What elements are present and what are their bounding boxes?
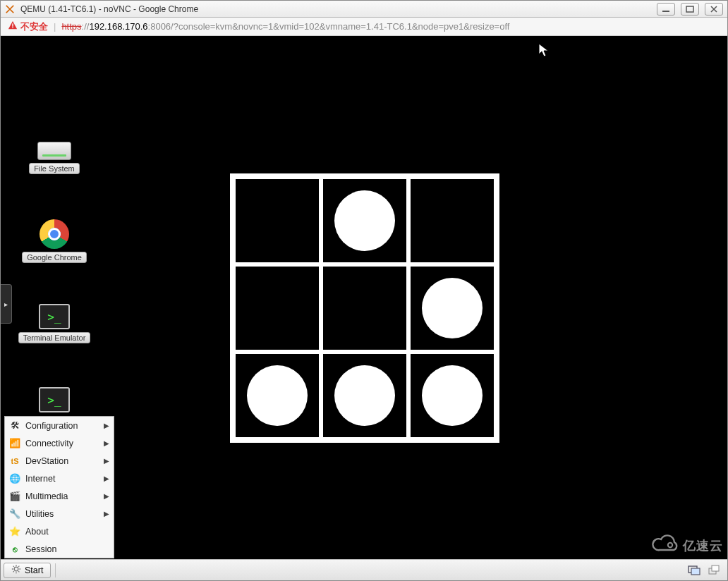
start-button[interactable]: Start	[4, 563, 51, 578]
menu-item-label: About	[25, 527, 109, 537]
start-label: Start	[25, 565, 43, 575]
vnc-desktop[interactable]: ▸ File System Google Chrome >_ Terminal …	[1, 36, 727, 580]
svg-rect-1	[686, 6, 693, 12]
menu-item-session[interactable]: ⎋Session	[5, 540, 114, 558]
desktop-icon-label: File System	[29, 163, 79, 174]
internet-icon: 🌐	[9, 473, 20, 484]
spinner-dot	[334, 365, 395, 426]
desktop-icon-label: Terminal Emulator	[18, 332, 91, 343]
svg-rect-6	[691, 568, 700, 575]
spinner-cell	[323, 354, 406, 437]
terminal-icon: >_	[39, 387, 70, 412]
spinner-dot	[247, 365, 308, 426]
menu-item-label: Internet	[25, 474, 99, 484]
menu-item-label: Configuration	[25, 421, 99, 431]
warning-icon	[8, 20, 18, 32]
maximize-button[interactable]	[681, 3, 699, 16]
spinner-dot	[422, 365, 483, 426]
desktop-icon-label: Google Chrome	[22, 252, 87, 263]
menu-item-about[interactable]: ⭐About	[5, 522, 114, 540]
menu-item-configuration[interactable]: 🛠Configuration▶	[5, 417, 114, 434]
submenu-arrow-icon: ▶	[104, 422, 109, 429]
menu-item-multimedia[interactable]: 🎬Multimedia▶	[5, 487, 114, 505]
novnc-icon	[5, 4, 15, 14]
submenu-arrow-icon: ▶	[104, 510, 109, 518]
svg-rect-0	[662, 11, 669, 12]
remote-cursor-icon	[538, 43, 550, 60]
close-button[interactable]	[705, 3, 723, 16]
desktop-icon-terminal-2[interactable]: >_	[15, 387, 94, 412]
spinner-dot	[334, 190, 395, 251]
menu-item-label: Connectivity	[25, 439, 99, 448]
cloud-icon	[652, 534, 679, 556]
session-icon: ⎋	[9, 544, 20, 555]
desktop-icon-terminal[interactable]: >_ Terminal Emulator	[15, 304, 94, 343]
svg-rect-3	[12, 27, 13, 28]
submenu-arrow-icon: ▶	[104, 475, 109, 482]
spinner-cell	[411, 354, 494, 437]
window-title: QEMU (1.41-TC6.1) - noVNC - Google Chrom…	[20, 4, 651, 14]
spinner-cell	[236, 354, 319, 437]
display-settings-icon[interactable]	[688, 564, 700, 577]
url-text: https://192.168.170.6:8006/?console=kvm&…	[61, 21, 509, 32]
spinner-cell	[323, 267, 406, 350]
watermark: 亿速云	[652, 534, 723, 556]
url-sep: |	[54, 21, 56, 32]
svg-rect-2	[12, 23, 13, 26]
menu-item-label: Session	[25, 544, 109, 554]
titlebar: QEMU (1.41-TC6.1) - noVNC - Google Chrom…	[1, 1, 727, 18]
chevron-right-icon: ▸	[4, 300, 8, 308]
submenu-arrow-icon: ▶	[104, 492, 109, 500]
start-menu: 🛠Configuration▶📶Connectivity▶tSDevStatio…	[4, 416, 114, 558]
menu-item-label: Multimedia	[25, 491, 99, 501]
svg-point-4	[14, 567, 18, 571]
loading-spinner-grid	[230, 173, 499, 443]
spinner-cell	[236, 267, 319, 350]
chrome-icon	[40, 219, 69, 249]
drive-icon	[37, 142, 71, 160]
novnc-panel-tab[interactable]: ▸	[1, 284, 12, 324]
menu-item-utilities[interactable]: 🔧Utilities▶	[5, 505, 114, 522]
taskbar-separator	[55, 563, 56, 577]
system-tray	[688, 564, 724, 577]
svg-rect-8	[712, 565, 719, 571]
submenu-arrow-icon: ▶	[104, 439, 109, 447]
utilities-icon: 🔧	[9, 508, 20, 520]
configuration-icon: 🛠	[9, 420, 20, 432]
terminal-icon: >_	[39, 304, 70, 329]
minimize-button[interactable]	[657, 3, 675, 16]
menu-item-internet[interactable]: 🌐Internet▶	[5, 470, 114, 487]
spinner-cell	[323, 179, 406, 262]
browser-window: QEMU (1.41-TC6.1) - noVNC - Google Chrom…	[0, 0, 728, 581]
taskbar: Start	[1, 559, 727, 580]
spinner-dot	[422, 278, 483, 338]
insecure-label: 不安全	[20, 20, 48, 33]
spinner-cell	[236, 179, 319, 262]
watermark-text: 亿速云	[683, 537, 723, 554]
spinner-cell	[411, 267, 494, 350]
submenu-arrow-icon: ▶	[104, 457, 109, 465]
url-bar[interactable]: 不安全 | https://192.168.170.6:8006/?consol…	[1, 18, 727, 36]
menu-item-devstation[interactable]: tSDevStation▶	[5, 452, 114, 470]
connectivity-icon: 📶	[9, 438, 20, 449]
menu-item-connectivity[interactable]: 📶Connectivity▶	[5, 434, 114, 452]
desktop-icon-filesystem[interactable]: File System	[15, 142, 94, 174]
menu-item-label: DevStation	[25, 456, 99, 466]
insecure-warning: 不安全	[8, 20, 48, 33]
multimedia-icon: 🎬	[9, 491, 20, 502]
about-icon: ⭐	[9, 526, 20, 537]
devstation-icon: tS	[9, 455, 20, 467]
tray-icon[interactable]	[708, 564, 720, 577]
desktop-icon-chrome[interactable]: Google Chrome	[15, 219, 94, 263]
spinner-cell	[411, 179, 494, 262]
gear-icon	[11, 564, 21, 576]
menu-item-label: Utilities	[25, 509, 99, 519]
svg-point-9	[668, 543, 672, 547]
